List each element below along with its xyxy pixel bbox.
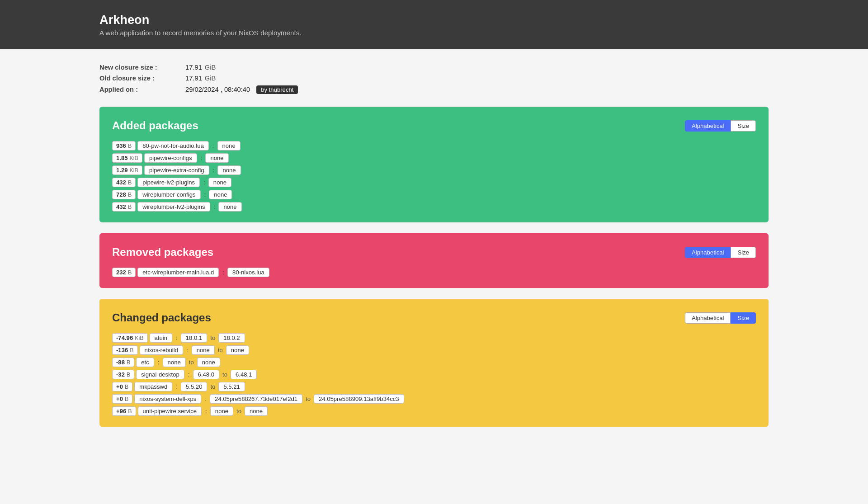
package-to-value: none bbox=[245, 406, 268, 416]
size-value: -74.96 bbox=[116, 334, 133, 341]
list-item: -32 B signal-desktop : 6.48.0 to 6.48.1 bbox=[112, 370, 756, 379]
package-name: nixos-system-dell-xps bbox=[134, 394, 201, 404]
size-badge: 432 B bbox=[112, 178, 136, 187]
size-unit: B bbox=[125, 396, 128, 402]
size-unit: B bbox=[128, 408, 132, 415]
size-value: 432 bbox=[116, 203, 126, 210]
app-title: Arkheon bbox=[99, 13, 850, 27]
removed-sort-buttons: Alphabetical Size bbox=[685, 247, 756, 258]
size-badge: 432 B bbox=[112, 202, 136, 212]
size-value: 1.29 bbox=[116, 167, 128, 174]
package-to-value: 6.48.1 bbox=[231, 370, 257, 379]
size-value: 232 bbox=[116, 269, 126, 276]
list-item: 728 B wireplumber-configs : none bbox=[112, 190, 756, 199]
package-name: wireplumber-configs bbox=[137, 190, 200, 199]
old-closure-value: 17.91 bbox=[185, 75, 202, 82]
new-closure-unit: GiB bbox=[205, 64, 216, 71]
new-closure-value: 17.91 bbox=[185, 64, 202, 71]
size-unit: B bbox=[128, 143, 132, 149]
package-name: etc-wireplumber-main.lua.d bbox=[137, 268, 219, 277]
old-closure-label: Old closure size : bbox=[99, 75, 185, 82]
size-unit: KiB bbox=[130, 167, 138, 174]
removed-sort-size[interactable]: Size bbox=[731, 247, 756, 258]
removed-package-list: 232 B etc-wireplumber-main.lua.d : 80-ni… bbox=[112, 268, 756, 277]
package-name: mkpasswd bbox=[134, 382, 172, 391]
package-name: atuin bbox=[150, 333, 172, 343]
new-closure-label: New closure size : bbox=[99, 64, 185, 71]
changed-section-title: Changed packages bbox=[112, 311, 211, 324]
added-sort-alphabetical[interactable]: Alphabetical bbox=[685, 120, 731, 132]
applied-row: Applied on : 29/02/2024 , 08:40:40 by th… bbox=[99, 85, 769, 94]
main-content: New closure size : 17.91 GiB Old closure… bbox=[0, 49, 868, 465]
package-value: none bbox=[208, 178, 231, 187]
package-value: none bbox=[209, 190, 232, 199]
old-closure-unit: GiB bbox=[205, 75, 216, 82]
package-name: etc bbox=[136, 358, 154, 367]
package-from-value: none bbox=[192, 345, 215, 355]
changed-section-header: Changed packages Alphabetical Size bbox=[112, 311, 756, 324]
size-unit: B bbox=[128, 179, 132, 186]
package-to-value: none bbox=[226, 345, 249, 355]
package-value: 80-nixos.lua bbox=[227, 268, 269, 277]
size-unit: B bbox=[130, 347, 133, 353]
added-sort-buttons: Alphabetical Size bbox=[685, 120, 756, 132]
size-badge: 1.29 KiB bbox=[112, 165, 142, 175]
package-to-value: 24.05pre588909.13aff9b34cc3 bbox=[314, 394, 404, 404]
list-item: -136 B nixos-rebuild : none to none bbox=[112, 345, 756, 355]
size-badge: -74.96 KiB bbox=[112, 333, 148, 343]
added-section-title: Added packages bbox=[112, 119, 198, 132]
package-value: none bbox=[205, 153, 228, 163]
changed-packages-card: Changed packages Alphabetical Size -74.9… bbox=[99, 299, 769, 427]
added-package-list: 936 B 80-pw-not-for-audio.lua : none 1.8… bbox=[112, 141, 756, 212]
package-name: wireplumber-lv2-plugins bbox=[137, 202, 210, 212]
package-value: none bbox=[218, 202, 241, 212]
package-from-value: 18.0.1 bbox=[181, 333, 207, 343]
size-badge: 728 B bbox=[112, 190, 136, 199]
app-subtitle: A web application to record memories of … bbox=[99, 29, 850, 37]
size-unit: B bbox=[127, 372, 130, 378]
applied-user-badge: by thubrecht bbox=[256, 85, 298, 94]
package-value: none bbox=[217, 141, 241, 151]
removed-section-header: Removed packages Alphabetical Size bbox=[112, 246, 756, 259]
size-value: -136 bbox=[116, 347, 128, 353]
list-item: -88 B etc : none to none bbox=[112, 358, 756, 367]
old-closure-row: Old closure size : 17.91 GiB bbox=[99, 75, 769, 82]
removed-section-title: Removed packages bbox=[112, 246, 213, 259]
applied-label: Applied on : bbox=[99, 86, 185, 93]
package-value: none bbox=[217, 165, 241, 175]
package-from-value: 6.48.0 bbox=[193, 370, 219, 379]
package-name: pipewire-extra-config bbox=[144, 165, 209, 175]
size-badge: 1.85 KiB bbox=[112, 153, 142, 163]
package-from-value: 5.5.20 bbox=[181, 382, 207, 391]
package-to-value: 18.0.2 bbox=[218, 333, 245, 343]
size-value: +96 bbox=[116, 408, 126, 415]
page-header: Arkheon A web application to record memo… bbox=[0, 0, 868, 49]
size-unit: B bbox=[125, 384, 128, 390]
size-badge: +0 B bbox=[112, 382, 132, 391]
package-name: pipewire-lv2-plugins bbox=[137, 178, 200, 187]
size-badge: -32 B bbox=[112, 370, 134, 379]
changed-package-list: -74.96 KiB atuin : 18.0.1 to 18.0.2 -136… bbox=[112, 333, 756, 416]
size-unit: KiB bbox=[135, 335, 143, 341]
package-to-value: 5.5.21 bbox=[218, 382, 245, 391]
size-value: -32 bbox=[116, 371, 125, 378]
size-badge: +96 B bbox=[112, 406, 136, 416]
list-item: +0 B mkpasswd : 5.5.20 to 5.5.21 bbox=[112, 382, 756, 391]
removed-sort-alphabetical[interactable]: Alphabetical bbox=[685, 247, 731, 258]
package-from-value: none bbox=[210, 406, 233, 416]
size-value: 728 bbox=[116, 191, 126, 198]
added-sort-size[interactable]: Size bbox=[731, 120, 756, 132]
package-from-value: none bbox=[163, 358, 186, 367]
size-badge: +0 B bbox=[112, 394, 132, 404]
changed-sort-size[interactable]: Size bbox=[731, 312, 756, 324]
added-section-header: Added packages Alphabetical Size bbox=[112, 119, 756, 132]
list-item: +96 B unit-pipewire.service : none to no… bbox=[112, 406, 756, 416]
list-item: 1.29 KiB pipewire-extra-config : none bbox=[112, 165, 756, 175]
size-badge: -88 B bbox=[112, 358, 134, 367]
list-item: +0 B nixos-system-dell-xps : 24.05pre588… bbox=[112, 394, 756, 404]
list-item: 432 B pipewire-lv2-plugins : none bbox=[112, 178, 756, 187]
changed-sort-alphabetical[interactable]: Alphabetical bbox=[685, 312, 731, 324]
size-unit: KiB bbox=[130, 155, 138, 161]
package-name: pipewire-configs bbox=[144, 153, 197, 163]
list-item: 232 B etc-wireplumber-main.lua.d : 80-ni… bbox=[112, 268, 756, 277]
